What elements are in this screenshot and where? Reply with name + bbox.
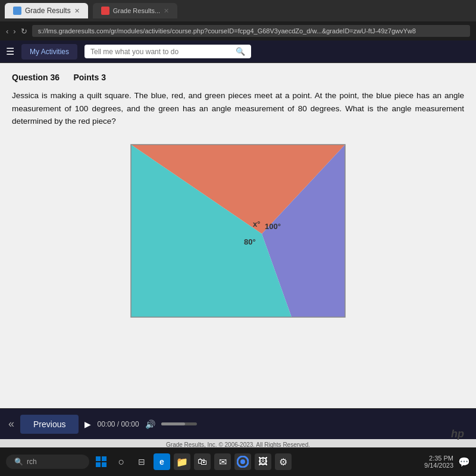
inactive-tab-label: Grade Results... (113, 7, 160, 14)
quilt-svg: x° 100° 80° (125, 139, 351, 323)
nav-forward-icon[interactable]: › (13, 27, 15, 36)
app-toolbar: ☰ My Activities 🔍 (0, 40, 476, 63)
volume-fill (161, 422, 185, 425)
taskbar-icon-windows[interactable] (93, 453, 109, 470)
active-tab-label: Grade Results (25, 7, 71, 15)
tab-close-button[interactable]: ✕ (74, 7, 80, 15)
taskbar-notification-icon[interactable]: 💬 (458, 456, 470, 468)
taskbar-icon-settings[interactable]: ⚙ (275, 453, 292, 470)
svg-rect-1 (102, 456, 107, 461)
tab-favicon-inactive (101, 7, 109, 15)
taskbar-right: 2:35 PM 9/14/2023 💬 (424, 455, 470, 469)
taskbar-icon-photos[interactable]: 🖼 (255, 453, 271, 470)
main-content: Question 36 Points 3 Jessica is making a… (0, 63, 476, 408)
taskbar-search-icon: 🔍 (14, 458, 23, 466)
question-points: Points 3 (73, 73, 105, 82)
time-display: 00:00 / 00:00 (97, 420, 139, 428)
taskbar-time: 2:35 PM (424, 455, 453, 462)
taskbar-icon-taskview[interactable]: ⊟ (133, 453, 150, 470)
chrome-icon (237, 456, 249, 468)
nav-back-icon[interactable]: ‹ (6, 27, 8, 36)
question-header: Question 36 Points 3 (12, 73, 464, 82)
previous-button[interactable]: Previous (20, 415, 79, 434)
time-total: 00:00 (121, 420, 139, 428)
taskbar-icon-search[interactable]: ○ (113, 453, 130, 470)
question-number: Question 36 (12, 73, 60, 82)
url-input[interactable]: s://lms.graderesults.com/gr/modules/acti… (32, 25, 470, 37)
taskbar-icon-mail[interactable]: ✉ (214, 453, 231, 470)
taskbar-date: 9/14/2023 (424, 462, 453, 469)
angle-80-label: 80° (244, 237, 256, 246)
active-tab[interactable]: Grade Results ✕ (5, 3, 88, 18)
toolbar-search-bar[interactable]: 🔍 (84, 45, 251, 58)
volume-icon[interactable]: 🔊 (145, 419, 155, 429)
taskbar-icon-chrome[interactable] (234, 453, 251, 470)
svg-rect-3 (102, 462, 107, 467)
toolbar-search-input[interactable] (90, 48, 232, 56)
angle-100-label: 100° (265, 222, 281, 231)
volume-bar[interactable] (161, 422, 197, 425)
svg-point-5 (240, 459, 245, 464)
taskbar-icon-edge[interactable]: e (154, 453, 170, 470)
taskbar-icon-folder[interactable]: 📁 (174, 453, 190, 470)
inactive-tab[interactable]: Grade Results... ✕ (93, 3, 177, 18)
time-current: 00:00 (97, 420, 115, 428)
my-activities-button[interactable]: My Activities (21, 44, 77, 60)
taskbar-icon-store[interactable]: 🛍 (194, 453, 211, 470)
browser-chrome: Grade Results ✕ Grade Results... ✕ (0, 0, 476, 21)
tab-favicon-active (13, 7, 21, 15)
skip-back-icon[interactable]: « (8, 418, 14, 430)
time-separator: / (117, 420, 121, 428)
search-icon: 🔍 (236, 47, 245, 56)
taskbar-search[interactable]: 🔍 rch (6, 455, 89, 469)
play-button[interactable]: ▶ (84, 419, 91, 429)
hamburger-menu-icon[interactable]: ☰ (6, 46, 14, 57)
svg-rect-0 (96, 456, 101, 461)
quilt-diagram: x° 100° 80° (125, 139, 351, 323)
hp-logo: hp (451, 428, 464, 440)
taskbar-search-label: rch (27, 458, 37, 466)
inactive-tab-close[interactable]: ✕ (164, 7, 169, 15)
url-bar: ‹ › ↻ s://lms.graderesults.com/gr/module… (0, 21, 476, 40)
question-text: Jessica is making a quilt square. The bl… (12, 89, 464, 128)
taskbar-clock: 2:35 PM 9/14/2023 (424, 455, 453, 469)
windows-icon (95, 456, 107, 468)
bottom-bar: « Previous ▶ 00:00 / 00:00 🔊 (0, 408, 476, 439)
svg-rect-2 (96, 462, 101, 467)
angle-x-label: x° (253, 220, 260, 228)
windows-taskbar: 🔍 rch ○ ⊟ e 📁 🛍 ✉ 🖼 ⚙ 2:35 PM (0, 447, 476, 476)
refresh-icon[interactable]: ↻ (21, 27, 27, 36)
